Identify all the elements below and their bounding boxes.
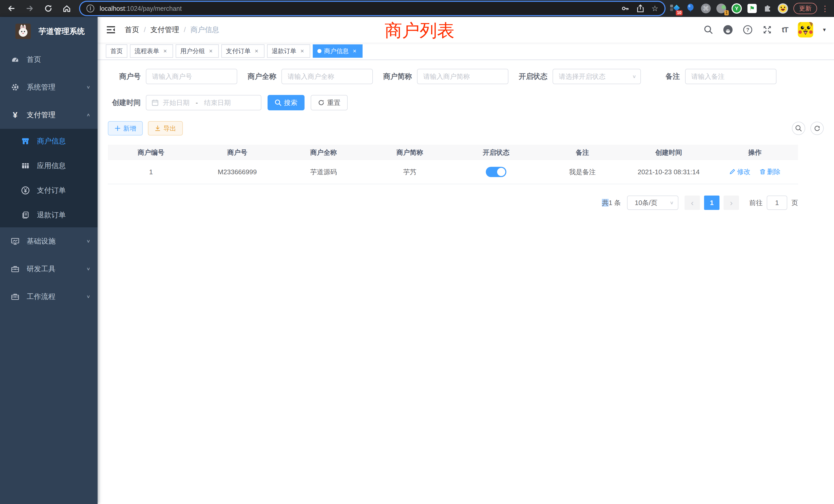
extension-command-icon[interactable]: ⌘ <box>701 3 711 14</box>
dashboard-icon <box>11 55 20 64</box>
status-select[interactable]: 请选择开启状态∨ <box>553 69 641 84</box>
cell-short-name: 芋艿 <box>367 167 453 177</box>
extension-emoji-icon[interactable] <box>777 3 788 14</box>
breadcrumb-pay[interactable]: 支付管理 <box>151 25 179 35</box>
user-avatar[interactable] <box>798 22 813 38</box>
add-button[interactable]: 新增 <box>108 121 143 136</box>
chevron-down-icon: ∨ <box>86 239 90 244</box>
search-button[interactable]: 搜索 <box>267 95 305 110</box>
breadcrumb-home[interactable]: 首页 <box>125 25 139 35</box>
chevron-down-icon: ∨ <box>670 200 674 206</box>
show-search-toggle-button[interactable] <box>792 122 805 135</box>
chevron-down-icon: ∨ <box>86 85 90 90</box>
edit-link[interactable]: 修改 <box>729 167 750 176</box>
share-icon[interactable] <box>637 4 644 13</box>
tab-merchant-info[interactable]: 商户信息× <box>313 44 363 58</box>
create-time-label: 创建时间 <box>108 98 141 108</box>
merchant-short-label: 商户简称 <box>379 72 412 81</box>
browser-menu-icon[interactable]: ⋮ <box>821 4 829 13</box>
page-number-1[interactable]: 1 <box>704 196 720 210</box>
export-button[interactable]: 导出 <box>148 121 183 136</box>
delete-link[interactable]: 删除 <box>760 167 781 176</box>
reset-button[interactable]: 重置 <box>311 95 348 110</box>
sidebar: 芋道管理系统 首页 系统管理 ∨ ¥ 支付管理 ∧ <box>0 17 97 504</box>
prev-page-button[interactable]: ‹ <box>684 196 700 210</box>
sidebar-item-app-info[interactable]: 应用信息 <box>0 154 97 178</box>
sidebar-item-home[interactable]: 首页 <box>0 46 97 73</box>
extension-puzzle-icon[interactable] <box>762 3 773 14</box>
extension-diamond-icon[interactable]: 10 <box>670 3 680 14</box>
goto-page-input[interactable] <box>767 196 787 210</box>
password-key-icon[interactable] <box>621 4 629 13</box>
edit-icon <box>729 168 736 175</box>
page-size-select[interactable]: 10条/页∨ <box>627 196 678 210</box>
close-icon[interactable]: × <box>351 47 358 55</box>
sidebar-collapse-icon[interactable] <box>106 25 116 35</box>
merchant-name-input[interactable] <box>281 69 373 84</box>
pagination: 共1 条 10条/页∨ ‹ 1 › 前往 页 <box>108 196 798 210</box>
extension-flag-icon[interactable]: ⚑ <box>747 3 758 14</box>
browser-forward-icon[interactable] <box>24 2 36 15</box>
main-area: 首页 / 支付管理 / 商户信息 ? <box>97 17 834 504</box>
fullscreen-icon[interactable] <box>762 25 772 35</box>
cell-merchant-no: M233666999 <box>194 168 280 176</box>
merchant-short-input[interactable] <box>417 69 508 84</box>
cell-remark: 我是备注 <box>539 167 626 177</box>
app-logo-row[interactable]: 芋道管理系统 <box>0 17 97 46</box>
chevron-down-icon: ∨ <box>632 74 636 79</box>
sidebar-item-pay[interactable]: ¥ 支付管理 ∧ <box>0 101 97 129</box>
header-search-icon[interactable] <box>704 25 713 35</box>
tab-pay-order[interactable]: 支付订单× <box>221 44 264 58</box>
sidebar-item-merchant-info[interactable]: 商户信息 <box>0 129 97 154</box>
refresh-table-button[interactable] <box>810 122 824 135</box>
cell-create-time: 2021-10-23 08:31:14 <box>626 168 712 176</box>
help-icon[interactable]: ? <box>743 25 753 35</box>
extension-proxy-icon[interactable]: 1 <box>716 3 727 14</box>
sidebar-item-infra[interactable]: 基础设施 ∨ <box>0 227 97 255</box>
toolbox-icon <box>11 293 20 301</box>
status-toggle[interactable] <box>486 167 506 177</box>
browser-reload-icon[interactable] <box>42 2 54 15</box>
bookmark-star-icon[interactable]: ☆ <box>652 5 658 12</box>
next-page-button[interactable]: › <box>724 196 739 210</box>
site-info-icon[interactable] <box>86 4 94 13</box>
calendar-icon <box>152 99 159 106</box>
tags-bar: 首页 流程表单× 用户分组× 支付订单× 退款订单× 商户信息× <box>97 43 834 60</box>
remark-label: 备注 <box>647 72 680 81</box>
sidebar-item-refund-order[interactable]: 退款订单 <box>0 203 97 227</box>
navbar: 首页 / 支付管理 / 商户信息 ? <box>97 17 834 43</box>
sidebar-item-pay-order[interactable]: 支付订单 <box>0 178 97 203</box>
avatar-caret-icon[interactable]: ▾ <box>823 26 826 33</box>
merchant-table: 商户编号 商户号 商户全称 商户简称 开启状态 备注 创建时间 操作 1 M23… <box>108 145 798 184</box>
pagination-total: 共1 条 <box>602 198 621 207</box>
sidebar-item-system[interactable]: 系统管理 ∨ <box>0 73 97 101</box>
tab-process-form[interactable]: 流程表单× <box>130 44 173 58</box>
extension-balloon-icon[interactable] <box>685 3 696 14</box>
font-size-icon[interactable]: tT <box>782 25 788 34</box>
browser-update-button[interactable]: 更新 <box>793 3 817 14</box>
search-icon <box>275 99 281 106</box>
refresh-icon <box>814 125 820 132</box>
url-bar[interactable]: localhost:1024/pay/merchant ☆ <box>80 2 664 15</box>
sidebar-item-workflow[interactable]: 工作流程 ∨ <box>0 283 97 311</box>
toolbox-icon <box>11 265 20 273</box>
page-word: 页 <box>791 198 798 207</box>
browser-back-icon[interactable] <box>5 2 18 15</box>
close-icon[interactable]: × <box>162 47 169 55</box>
tab-user-group[interactable]: 用户分组× <box>176 44 219 58</box>
remark-input[interactable] <box>685 69 776 84</box>
cell-full-name: 芋道源码 <box>280 167 367 177</box>
create-time-range-picker[interactable]: 开始日期 - 结束日期 <box>146 95 261 110</box>
close-icon[interactable]: × <box>207 47 214 55</box>
close-icon[interactable]: × <box>299 47 306 55</box>
close-icon[interactable]: × <box>253 47 260 55</box>
tab-home[interactable]: 首页 <box>106 44 127 58</box>
tab-refund-order[interactable]: 退款订单× <box>267 44 310 58</box>
yen-circle-icon <box>21 186 30 195</box>
extension-y-icon[interactable]: Y <box>731 3 742 14</box>
merchant-no-input[interactable] <box>146 69 237 84</box>
sidebar-item-dev-tools[interactable]: 研发工具 ∨ <box>0 255 97 283</box>
github-icon[interactable] <box>723 25 733 35</box>
monitor-icon <box>11 237 20 245</box>
browser-home-icon[interactable] <box>61 2 73 15</box>
